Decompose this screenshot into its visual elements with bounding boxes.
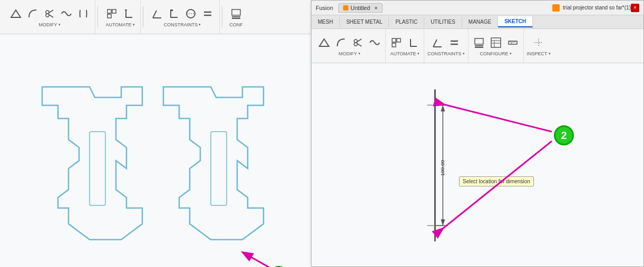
- fusion-inspect-icons: [531, 35, 546, 50]
- fusion-configure-group: CONFIGURE ▾: [469, 29, 524, 63]
- fusion-constraints-label[interactable]: CONSTRAINTS ▾: [427, 51, 465, 56]
- f-box-tool[interactable]: [472, 35, 486, 50]
- untitled-tab-label: Untitled: [350, 5, 370, 11]
- fusion-inspect-label[interactable]: INSPECT ▾: [527, 51, 551, 56]
- f-automate-arrow: ▾: [417, 52, 419, 56]
- modify-group: MODIFY ▾: [4, 0, 95, 34]
- svg-rect-20: [211, 132, 227, 205]
- fusion-window: Fusion Untitled × trial projector stand …: [311, 0, 644, 267]
- constraints-group: CONSTRAINTS ▾: [145, 0, 220, 34]
- automate-label[interactable]: AUTOMATE ▾: [105, 22, 134, 27]
- badge-2: 2: [554, 125, 574, 145]
- svg-line-26: [357, 39, 362, 42]
- fusion-automate-icons: [389, 35, 421, 50]
- svg-rect-11: [170, 9, 173, 11]
- constraints-dropdown-arrow: ▾: [199, 23, 201, 27]
- right-canvas: 100.00 Select location for dimension 2: [311, 63, 643, 266]
- f-equals-tool[interactable]: [447, 35, 462, 50]
- fusion-inspect-group: INSPECT ▾: [524, 29, 554, 63]
- svg-point-1: [46, 11, 49, 14]
- box-tool[interactable]: [229, 6, 243, 21]
- svg-rect-30: [392, 43, 396, 47]
- f-angle-tool[interactable]: [430, 35, 445, 50]
- f-grid-tool[interactable]: [389, 35, 404, 50]
- tab-sheet-metal[interactable]: SHEET METAL: [340, 17, 389, 27]
- f-arc-tool[interactable]: [334, 35, 348, 50]
- svg-line-3: [49, 10, 54, 13]
- modify-icons: [8, 6, 91, 21]
- f-configure-arrow: ▾: [510, 52, 512, 56]
- f-constraints-arrow: ▾: [463, 52, 465, 56]
- l-shape-tool[interactable]: [121, 6, 136, 21]
- svg-rect-38: [491, 38, 501, 47]
- arc-tool[interactable]: [25, 6, 40, 21]
- automate-dropdown-arrow: ▾: [133, 23, 135, 27]
- f-triangle-tool[interactable]: [317, 35, 331, 50]
- svg-point-25: [354, 43, 357, 46]
- f-table-tool[interactable]: [489, 35, 503, 50]
- constraints-icons: [150, 6, 215, 21]
- fusion-constraints-group: CONSTRAINTS ▾: [424, 29, 469, 63]
- tab-plastic[interactable]: PLASTIC: [389, 17, 424, 27]
- f-wave-tool[interactable]: [367, 35, 382, 50]
- fusion-constraints-icons: [430, 35, 462, 50]
- wave-tool[interactable]: [59, 6, 74, 21]
- automate-icons: [104, 6, 136, 21]
- left-bracket-shape: [42, 87, 142, 240]
- svg-marker-23: [319, 39, 329, 46]
- left-canvas: 1: [0, 34, 311, 267]
- svg-rect-35: [475, 38, 483, 44]
- constraints-label[interactable]: CONSTRAINTS ▾: [164, 22, 201, 27]
- fusion-modify-group: MODIFY ▾: [314, 29, 386, 63]
- tab-manage[interactable]: MANAGE: [462, 17, 498, 27]
- sep3: [222, 6, 222, 27]
- fusion-close-button[interactable]: ×: [631, 4, 639, 12]
- circle-tool[interactable]: [183, 6, 198, 21]
- sep1: [97, 6, 98, 27]
- f-scissors-tool[interactable]: [350, 35, 365, 50]
- fusion-automate-label[interactable]: AUTOMATE ▾: [390, 51, 419, 56]
- f-inspect-arrow: ▾: [549, 52, 551, 56]
- file-icon: [343, 5, 348, 11]
- equals-tool[interactable]: [200, 6, 215, 21]
- f-inspect-tool[interactable]: [531, 35, 546, 50]
- svg-line-4: [49, 15, 54, 18]
- fusion-app-title: Fusion: [316, 5, 333, 11]
- untitled-close[interactable]: ×: [374, 5, 377, 11]
- angle-tool[interactable]: [150, 6, 164, 21]
- left-canvas-svg: [0, 34, 311, 267]
- scissors-tool[interactable]: [42, 6, 57, 21]
- svg-rect-7: [108, 14, 111, 18]
- fusion-titlebar: Fusion Untitled × trial projector stand …: [311, 1, 643, 15]
- tab-mesh[interactable]: MESH: [311, 17, 340, 27]
- tab-sketch[interactable]: SKETCH: [498, 16, 533, 27]
- svg-line-27: [357, 44, 362, 47]
- bracket-tool[interactable]: [76, 6, 91, 21]
- f-ruler-tool[interactable]: [505, 35, 520, 50]
- trial-info: trial projector stand so far*(1): [552, 4, 631, 12]
- svg-rect-6: [112, 9, 116, 13]
- svg-marker-56: [441, 219, 445, 225]
- svg-rect-28: [392, 38, 396, 42]
- f-modify-arrow: ▾: [358, 52, 360, 56]
- svg-marker-55: [441, 105, 445, 112]
- untitled-tab[interactable]: Untitled ×: [338, 3, 383, 13]
- svg-text:100.00: 100.00: [440, 160, 445, 176]
- svg-rect-5: [108, 9, 111, 13]
- fusion-modify-label[interactable]: MODIFY ▾: [339, 51, 360, 56]
- automate-group: AUTOMATE ▾: [100, 0, 141, 34]
- svg-point-24: [354, 39, 357, 43]
- svg-line-32: [433, 39, 437, 47]
- tab-utilities[interactable]: UTILITIES: [424, 17, 462, 27]
- l-bracket-tool[interactable]: [167, 6, 181, 21]
- fusion-automate-group: AUTOMATE ▾: [386, 29, 424, 63]
- configure-icons: [229, 6, 243, 21]
- modify-label[interactable]: MODIFY ▾: [39, 22, 61, 27]
- triangle-tool[interactable]: [8, 6, 23, 21]
- fusion-menu-tabs: MESH SHEET METAL PLASTIC UTILITIES MANAG…: [311, 15, 643, 29]
- f-l-tool[interactable]: [406, 35, 421, 50]
- fusion-configure-label[interactable]: CONFIGURE ▾: [480, 51, 512, 56]
- dimension-svg: 100.00: [311, 63, 643, 266]
- configure-label: CONF: [229, 22, 243, 27]
- grid-tool[interactable]: [104, 6, 119, 21]
